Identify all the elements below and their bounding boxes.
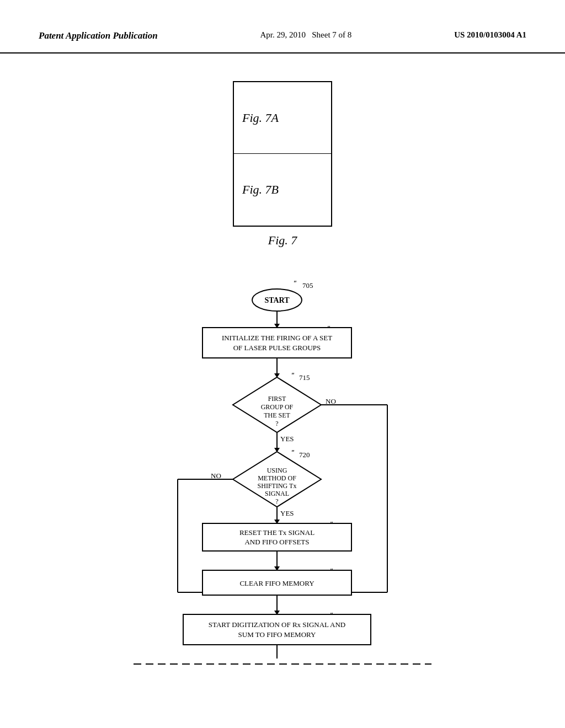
box-725-line1: RESET THE Tx SIGNAL [239, 528, 315, 537]
svg-text:ʺ: ʺ [291, 449, 295, 457]
fig7a-label: Fig. 7A [242, 111, 279, 125]
header-sheet: Sheet 7 of 8 [312, 30, 351, 39]
header-date-sheet: Apr. 29, 2010 Sheet 7 of 8 [260, 30, 351, 40]
box-710 [202, 328, 351, 358]
fig7b-section: Fig. 7B [234, 154, 331, 226]
box-725 [202, 523, 351, 551]
diamond-720-line4: SIGNAL [265, 490, 289, 497]
fig7a-section: Fig. 7A [234, 82, 331, 154]
start-label: START [264, 296, 290, 304]
no-label-715: NO [326, 397, 336, 405]
header-patent-number: US 2010/0103004 A1 [454, 30, 526, 40]
diamond-715-qmark: ? [275, 420, 278, 427]
box-735 [183, 614, 371, 645]
no-label-720: NO [211, 472, 221, 480]
diamond-720-line1: USING [267, 467, 287, 474]
box-735-line1: START DIGITIZATION OF Rx SIGNAL AND [209, 620, 345, 629]
svg-text:ʺ: ʺ [291, 372, 295, 380]
diamond-715-line3: THE SET [264, 411, 290, 419]
header-date: Apr. 29, 2010 [260, 30, 306, 39]
flowchart-svg: 705 ʺ START 710 ʺ INITIALIZE THE FIRING … [117, 267, 448, 719]
diamond-720-qmark: ? [275, 497, 278, 505]
fig7b-label: Fig. 7B [242, 183, 279, 197]
page-header: Patent Application Publication Apr. 29, … [0, 0, 565, 53]
diamond-720-line2: METHOD OF [258, 474, 296, 482]
fig7a-caption: Fig. 7A [264, 725, 301, 728]
box-710-line1: INITIALIZE THE FIRING OF A SET [222, 334, 332, 342]
diamond-720-line3: SHIFTING Tx [258, 482, 297, 490]
box-725-line2: AND FIFO OFFSETS [244, 538, 309, 546]
svg-text:ʺ: ʺ [294, 280, 297, 288]
box-710-line2: OF LASER PULSE GROUPS [233, 344, 321, 352]
diamond-715-line2: GROUP OF [261, 403, 294, 411]
yes-label-720: YES [280, 509, 294, 517]
fig7-caption: Fig. 7 [268, 233, 297, 248]
fig7-assembly: Fig. 7A Fig. 7B Fig. 7 [233, 81, 332, 261]
box-735-line2: SUM TO FIFO MEMORY [238, 630, 316, 639]
main-content: Fig. 7A Fig. 7B Fig. 7 705 ʺ START 710 ʺ [0, 53, 565, 728]
ref-705: 705 [302, 281, 313, 290]
box-730-label: CLEAR FIFO MEMORY [239, 579, 315, 587]
yes-label-715: YES [280, 435, 294, 443]
ref-720: 720 [299, 451, 310, 459]
fig7-split-box: Fig. 7A Fig. 7B [233, 81, 332, 227]
ref-715: 715 [299, 373, 310, 382]
header-publication-label: Patent Application Publication [39, 30, 158, 41]
diamond-715-line1: FIRST [268, 395, 286, 403]
